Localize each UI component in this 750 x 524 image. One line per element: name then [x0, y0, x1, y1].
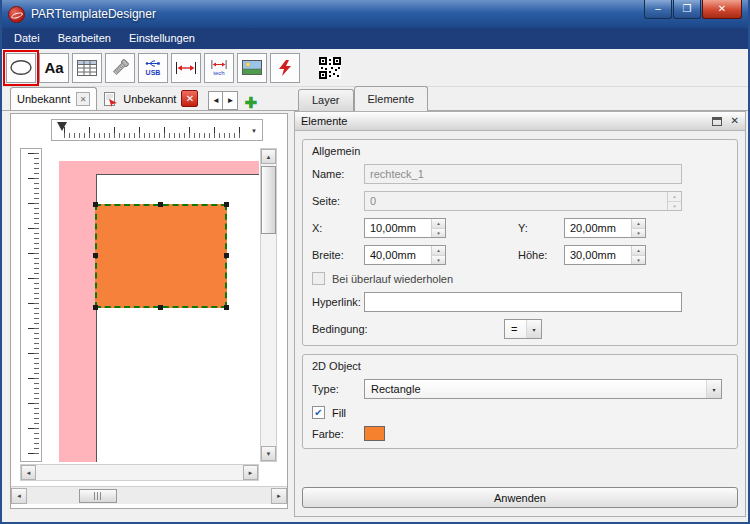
group-title: 2D Object	[312, 360, 728, 372]
scroll-left-icon[interactable]: ◄	[11, 488, 27, 504]
spin-up-icon[interactable]: ▴	[632, 219, 645, 228]
x-value: 10,00mm	[370, 222, 416, 234]
ellipse-tool-button[interactable]	[6, 53, 36, 83]
scroll-up-icon[interactable]: ▲	[261, 149, 276, 164]
menu-datei[interactable]: Datei	[5, 28, 49, 49]
add-tab-button[interactable]: ✚	[244, 95, 257, 110]
farbe-label: Farbe:	[312, 428, 364, 440]
ellipse-icon	[9, 59, 33, 76]
type-value: Rectangle	[371, 383, 421, 395]
image-tool-button[interactable]	[237, 53, 267, 83]
type-dropdown[interactable]: Rectangle ▾	[364, 379, 722, 399]
menu-bearbeiten[interactable]: Bearbeiten	[49, 28, 120, 49]
overflow-checkbox[interactable]	[312, 272, 325, 285]
dimension-icon	[175, 62, 197, 74]
bedingung-dropdown[interactable]: = ▾	[504, 319, 542, 339]
fill-checkbox[interactable]: ✔	[312, 406, 325, 419]
tab-layer[interactable]: Layer	[298, 89, 354, 111]
float-panel-icon[interactable]	[712, 117, 722, 126]
scroll-down-icon[interactable]: ▼	[261, 446, 276, 461]
app-icon	[8, 6, 25, 23]
vertical-scrollbar[interactable]: ▲ ▼	[260, 148, 277, 462]
dimension-tech-icon	[208, 60, 230, 69]
scroll-right-icon[interactable]: ►	[271, 488, 287, 504]
screw-icon	[110, 58, 130, 78]
horizontal-ruler: ▼	[51, 119, 263, 141]
usb-tool-button[interactable]: USB	[138, 53, 168, 83]
qrcode-tool-button[interactable]	[315, 53, 345, 83]
bottom-scrollbar[interactable]: ◄ ►	[11, 486, 287, 504]
ruler-marker-icon[interactable]	[57, 122, 67, 131]
horizontal-scrollbar[interactable]: ◄ ►	[20, 464, 259, 481]
spinner-buttons[interactable]: ▴ ▾	[431, 246, 445, 264]
resize-handle[interactable]	[158, 305, 163, 310]
maximize-button[interactable]: ❐	[673, 0, 701, 19]
y-label: Y:	[518, 222, 564, 234]
spin-up-icon[interactable]: ▴	[632, 246, 645, 255]
menu-einstellungen[interactable]: Einstellungen	[120, 28, 204, 49]
chevron-down-icon[interactable]: ▾	[526, 320, 541, 338]
spin-up-icon[interactable]: ▴	[432, 246, 445, 255]
seite-field[interactable]: 0 ▴ ▾	[364, 191, 682, 211]
vertical-scroll-thumb[interactable]	[261, 166, 276, 234]
dimension-tech-tool-button[interactable]: tech	[204, 53, 234, 83]
resize-handle[interactable]	[93, 202, 98, 207]
tab-close-icon[interactable]: ✕	[76, 92, 90, 106]
dimension-tool-button[interactable]	[171, 53, 201, 83]
tech-label: tech	[213, 70, 224, 76]
next-tab-button[interactable]: ►	[223, 91, 238, 110]
ruler-dropdown-icon[interactable]: ▼	[247, 124, 261, 138]
spinner-buttons[interactable]: ▴ ▾	[667, 192, 681, 210]
spin-up-icon[interactable]: ▴	[668, 192, 681, 201]
title-bar: PARTtemplateDesigner – ❐ ✕	[2, 0, 748, 28]
y-field[interactable]: 20,00mm ▴ ▾	[564, 218, 646, 238]
spin-down-icon[interactable]: ▾	[632, 255, 645, 265]
resize-handle[interactable]	[158, 202, 163, 207]
scroll-right-icon[interactable]: ►	[243, 465, 258, 480]
overflow-label: Bei überlauf wiederholen	[332, 273, 453, 285]
selected-rectangle[interactable]	[95, 204, 227, 308]
flash-tool-button[interactable]	[270, 53, 300, 83]
anwenden-button[interactable]: Anwenden	[302, 487, 738, 508]
spin-down-icon[interactable]: ▾	[632, 228, 645, 238]
x-field[interactable]: 10,00mm ▴ ▾	[364, 218, 446, 238]
text-tool-button[interactable]: Aa	[39, 53, 69, 83]
doc-subtab-unbekannt-2[interactable]: Unbekannt ✕	[97, 87, 204, 110]
table-tool-button[interactable]	[72, 53, 102, 83]
screw-tool-button[interactable]	[105, 53, 135, 83]
close-button[interactable]: ✕	[702, 0, 742, 19]
spin-down-icon[interactable]: ▾	[668, 201, 681, 211]
y-value: 20,00mm	[570, 222, 616, 234]
close-panel-icon[interactable]: ✕	[731, 116, 739, 126]
spinner-buttons[interactable]: ▴ ▾	[631, 219, 645, 237]
spin-down-icon[interactable]: ▾	[432, 228, 445, 238]
minimize-button[interactable]: –	[644, 0, 672, 19]
name-field[interactable]: rechteck_1	[364, 164, 682, 184]
color-swatch[interactable]	[364, 426, 385, 441]
hyperlink-field[interactable]	[364, 292, 682, 312]
resize-handle[interactable]	[93, 253, 98, 258]
horizontal-scroll-thumb[interactable]	[79, 489, 117, 503]
hoehe-field[interactable]: 30,00mm ▴ ▾	[564, 245, 646, 265]
main-area: ▼ ▲	[2, 111, 748, 522]
breite-field[interactable]: 40,00mm ▴ ▾	[364, 245, 446, 265]
spin-down-icon[interactable]: ▾	[432, 255, 445, 265]
resize-handle[interactable]	[93, 305, 98, 310]
name-value: rechteck_1	[370, 168, 424, 180]
resize-handle[interactable]	[224, 202, 229, 207]
resize-handle[interactable]	[224, 305, 229, 310]
resize-handle[interactable]	[224, 253, 229, 258]
scroll-left-icon[interactable]: ◄	[21, 465, 36, 480]
chevron-down-icon[interactable]: ▾	[706, 380, 721, 398]
menu-bar: Datei Bearbeiten Einstellungen	[2, 28, 748, 49]
spin-up-icon[interactable]: ▴	[432, 219, 445, 228]
spinner-buttons[interactable]: ▴ ▾	[631, 246, 645, 264]
dock-header[interactable]: Elemente ✕	[295, 112, 745, 131]
close-document-button[interactable]: ✕	[181, 90, 198, 107]
template-page-view[interactable]	[44, 148, 259, 462]
tab-elemente[interactable]: Elemente	[354, 86, 428, 111]
spinner-buttons[interactable]: ▴ ▾	[431, 219, 445, 237]
prev-tab-button[interactable]: ◄	[208, 91, 223, 110]
doc-tab-unbekannt-1[interactable]: Unbekannt ✕	[10, 87, 97, 110]
doc-tab-label: Unbekannt	[17, 93, 70, 105]
